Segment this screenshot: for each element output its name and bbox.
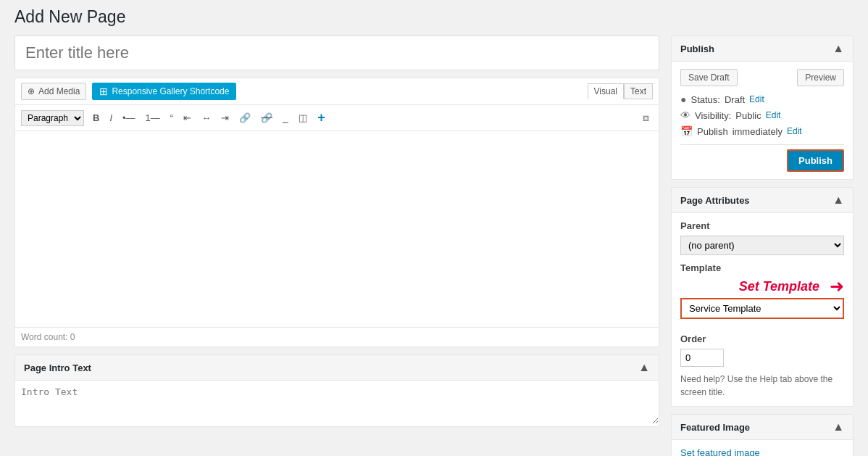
add-media-button[interactable]: ⊕ Add Media — [21, 83, 86, 100]
arrow-icon: ➜ — [830, 278, 844, 295]
preview-button[interactable]: Preview — [797, 69, 844, 86]
publish-panel-body: Save Draft Preview ● Status: Draft Edit … — [672, 62, 853, 179]
featured-image-toggle[interactable]: ▲ — [832, 420, 844, 434]
editor-content[interactable] — [15, 131, 659, 327]
blockquote-button[interactable]: “ — [166, 110, 178, 125]
editor-format-bar: Paragraph B I •— 1— “ ⇤ ↔ ⇥ 🔗 🔗 ⎯ ◫ + ⧈ — [15, 105, 659, 131]
editor-box: ⊕ Add Media ⊞ Responsive Gallery Shortco… — [14, 78, 659, 347]
table-button[interactable]: ◫ — [294, 110, 312, 125]
bold-button[interactable]: B — [88, 110, 104, 125]
visibility-label: Visibility: — [695, 110, 731, 121]
template-select[interactable]: Service Template — [680, 298, 844, 319]
status-icon: ● — [680, 94, 686, 105]
publish-panel-title: Publish — [680, 43, 714, 54]
page-attributes-header: Page Attributes ▲ — [672, 188, 853, 213]
align-left-button[interactable]: ⇤ — [179, 110, 196, 125]
page-attributes-toggle[interactable]: ▲ — [832, 194, 844, 207]
publish-time-edit-link[interactable]: Edit — [787, 126, 802, 136]
gallery-shortcode-button[interactable]: ⊞ Responsive Gallery Shortcode — [92, 83, 236, 100]
ordered-list-button[interactable]: 1— — [141, 110, 164, 125]
intro-text-field[interactable] — [15, 381, 659, 424]
page-attributes-panel: Page Attributes ▲ Parent (no parent) Tem… — [671, 187, 854, 407]
calendar-icon: 📅 — [680, 125, 693, 137]
align-center-button[interactable]: ↔ — [197, 110, 215, 125]
set-featured-image-link[interactable]: Set featured image — [680, 447, 760, 456]
gallery-icon: ⊞ — [99, 86, 108, 97]
add-media-icon: ⊕ — [28, 86, 35, 96]
visibility-icon: 👁 — [680, 109, 690, 121]
template-annotation: Set Template ➜ — [680, 278, 844, 295]
publish-btn-row: Publish — [680, 144, 844, 172]
status-row: ● Status: Draft Edit — [680, 94, 844, 105]
visibility-row: 👁 Visibility: Public Edit — [680, 109, 844, 121]
help-text: Need help? Use the Help tab above the sc… — [680, 373, 844, 399]
order-input[interactable] — [680, 349, 724, 367]
page-attributes-body: Parent (no parent) Template Set Template… — [672, 213, 853, 406]
publish-panel-toggle[interactable]: ▲ — [832, 42, 844, 55]
publish-panel: Publish ▲ Save Draft Preview ● Status: D… — [671, 36, 854, 180]
featured-image-body: Set featured image — [672, 440, 853, 456]
set-template-label: Set Template — [739, 279, 819, 294]
page-intro-toggle[interactable]: ▲ — [638, 361, 650, 374]
plus-button[interactable]: + — [313, 108, 330, 128]
editor-column: ⊕ Add Media ⊞ Responsive Gallery Shortco… — [14, 36, 659, 427]
page-intro-box: Page Intro Text ▲ — [14, 355, 659, 427]
paragraph-select[interactable]: Paragraph — [21, 110, 84, 126]
featured-image-header: Featured Image ▲ — [672, 415, 853, 440]
publish-time-value: immediately — [733, 126, 783, 137]
word-count: Word count: 0 — [15, 327, 659, 347]
visual-text-tabs: Visual Text — [588, 83, 653, 99]
align-right-button[interactable]: ⇥ — [217, 110, 233, 125]
featured-image-panel: Featured Image ▲ Set featured image — [671, 414, 854, 456]
publish-time-row: 📅 Publish immediately Edit — [680, 125, 844, 137]
status-label: Status: — [690, 94, 719, 105]
status-edit-link[interactable]: Edit — [749, 94, 764, 104]
link-button[interactable]: 🔗 — [235, 110, 255, 125]
unlink-button[interactable]: 🔗 — [256, 110, 277, 125]
sidebar-column: Publish ▲ Save Draft Preview ● Status: D… — [671, 36, 854, 456]
more-button[interactable]: ⎯ — [278, 110, 293, 125]
page-title: Add New Page — [14, 7, 854, 27]
publish-meta: ● Status: Draft Edit 👁 Visibility: Publi… — [680, 94, 844, 137]
visibility-edit-link[interactable]: Edit — [766, 110, 781, 120]
gallery-label: Responsive Gallery Shortcode — [112, 86, 229, 96]
parent-label: Parent — [680, 220, 844, 231]
page-intro-header: Page Intro Text ▲ — [15, 355, 659, 381]
tab-text[interactable]: Text — [624, 83, 653, 99]
editor-toolbar-top: ⊕ Add Media ⊞ Responsive Gallery Shortco… — [15, 78, 659, 105]
template-row: Service Template — [680, 298, 844, 326]
fullscreen-button[interactable]: ⧈ — [639, 110, 653, 125]
publish-panel-header: Publish ▲ — [672, 36, 853, 62]
add-media-label: Add Media — [38, 86, 80, 96]
tab-visual[interactable]: Visual — [588, 83, 624, 99]
publish-time-label: Publish — [697, 126, 728, 137]
template-label: Template — [680, 262, 844, 273]
featured-image-title: Featured Image — [680, 422, 750, 433]
parent-select[interactable]: (no parent) — [680, 236, 844, 255]
status-value: Draft — [725, 94, 745, 105]
order-label: Order — [680, 333, 844, 344]
page-title-input[interactable] — [14, 36, 659, 70]
page-attributes-title: Page Attributes — [680, 195, 750, 206]
save-draft-button[interactable]: Save Draft — [680, 69, 738, 86]
publish-button[interactable]: Publish — [787, 149, 844, 172]
unordered-list-button[interactable]: •— — [118, 110, 140, 125]
page-intro-title: Page Intro Text — [24, 362, 91, 373]
visibility-value: Public — [735, 110, 761, 121]
publish-actions: Save Draft Preview — [680, 69, 844, 86]
italic-button[interactable]: I — [105, 110, 117, 125]
